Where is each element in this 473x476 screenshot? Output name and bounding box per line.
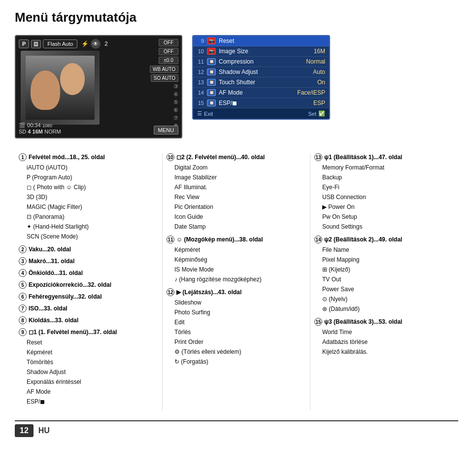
menu-section: 4 Önkioldó...31. oldal (19, 269, 158, 277)
menu-panel-row: 11 🔲 Compression Normal (193, 57, 329, 67)
section-header: 10 ◻2 (2. Felvétel menü)...40. oldal (167, 153, 306, 161)
section-header: 13 ψ1 (Beállítások 1)...47. oldal (314, 153, 454, 161)
menu-row-icon: 📷 (207, 37, 216, 44)
menu-col-3: 13 ψ1 (Beállítások 1)...47. oldalMemory … (310, 153, 458, 410)
menu-item: ⊡ (Panorama) (19, 212, 158, 222)
section-title: Makró...31. oldal (29, 258, 74, 265)
num-badge-6: ⑥ (173, 107, 178, 113)
section-title: ▶ (Lejátszás)...43. oldal (176, 289, 241, 296)
section-header: 15 ψ3 (Beállítások 3)...53. oldal (314, 318, 454, 326)
flash-label: Flash Auto (43, 39, 77, 48)
camera-icon2: 🖼 (31, 40, 41, 48)
menu-item: Date Stamp (167, 222, 306, 232)
photo-inner (26, 56, 95, 120)
menu-row-label: Reset (219, 37, 322, 44)
ctrl-exp: ±0.0 (159, 57, 178, 64)
circle-num: 1 (19, 153, 27, 161)
face-shape (60, 63, 85, 95)
menu-item: ▶ Power On (314, 202, 454, 212)
menu-panel-row: 14 🔲 AF Mode Face/iESP (193, 88, 329, 98)
section-title: Felvétel mód...18., 25. oldal (29, 154, 105, 161)
menu-item: Backup (314, 172, 454, 182)
section-header: 4 Önkioldó...31. oldal (19, 269, 158, 277)
menu-section: 14 ψ2 (Beállítások 2)...49. oldalFile Na… (314, 236, 454, 314)
section-header: 1 Felvétel mód...18., 25. oldal (19, 153, 158, 161)
menu-item: Pixel Mapping (314, 255, 454, 265)
menu-button[interactable]: MENU (154, 126, 178, 135)
menu-panel-row: 10 📷 Image Size 16M (193, 46, 329, 57)
cam-time: 🎬 00:34 1080 (19, 122, 61, 129)
menu-section: 7 ISO...33. oldal (19, 305, 158, 312)
menu-row-icon: 🔲 (207, 79, 216, 86)
menu-panel-footer: ☰ Exit Set ✅ (193, 108, 329, 119)
menu-item: Képminőség (167, 255, 306, 265)
menu-panel: 9 📷 Reset 10 📷 Image Size 16M 11 🔲 Compr… (192, 35, 330, 120)
section-title: ISO...33. oldal (29, 305, 68, 312)
circle-num: 11 (167, 236, 174, 243)
menu-item: Pw On Setup (314, 212, 454, 222)
section-title: Fehéregyensúly...32. oldal (29, 293, 102, 300)
cam-info: 🎬 00:34 1080 SD 4 16M NORM (19, 122, 61, 135)
section-header: 3 Makró...31. oldal (19, 257, 158, 265)
menu-col-2: 10 ◻2 (2. Felvétel menü)...40. oldalDigi… (163, 153, 310, 410)
circle-num: 15 (314, 318, 322, 326)
menu-item: Sound Settings (314, 222, 454, 232)
menu-item: Power Save (314, 284, 454, 294)
menu-item: ◻ ( Photo with ☺ Clip) (19, 182, 158, 192)
cam-bottom-bar: 🎬 00:34 1080 SD 4 16M NORM MENU (19, 122, 178, 135)
menu-section: 13 ψ1 (Beállítások 1)...47. oldalMemory … (314, 153, 454, 232)
menu-col-1: 1 Felvétel mód...18., 25. oldaliAUTO (iA… (15, 153, 163, 410)
menu-section: 2 Vaku...20. oldal (19, 245, 158, 253)
menu-row-icon: 🔲 (207, 68, 216, 75)
menu-item: Adatbázis törlése (314, 337, 454, 347)
menu-row-label: Image Size (219, 48, 311, 55)
num-badge-5: ⑤ (173, 99, 178, 105)
section-header: 14 ψ2 (Beállítások 2)...49. oldal (314, 236, 454, 243)
menu-section: 8 Kioldás...33. oldal (19, 316, 158, 324)
menu-item: AF Mode (19, 387, 158, 397)
menu-row-value: Normal (306, 58, 325, 65)
menu-item: Képméret (167, 245, 306, 255)
menu-content: 1 Felvétel mód...18., 25. oldaliAUTO (iA… (15, 153, 458, 410)
menu-section: 12 ▶ (Lejátszás)...43. oldalSlideshowPho… (167, 288, 306, 367)
menu-panel-row: 13 🔲 Touch Shutter On (193, 77, 329, 88)
menu-panel-row: 15 🔲 ESP/◼ ESP (193, 98, 329, 108)
menu-item: ESP/◼ (19, 397, 158, 407)
num-badge-4: ④ (173, 91, 178, 98)
menu-item: ↻ (Forgatás) (167, 357, 306, 367)
section-header: 11 ☺ (Mozgókép menü)...38. oldal (167, 236, 306, 243)
section-title: ◻2 (2. Felvétel menü)...40. oldal (176, 154, 265, 161)
menu-item: Képméret (19, 347, 158, 357)
set-btn[interactable]: Set ✅ (308, 110, 325, 117)
menu-item: Kijelző kalibrálás. (314, 347, 454, 357)
section-title: Kioldás...33. oldal (29, 317, 78, 324)
circle-num: 5 (19, 281, 27, 289)
menu-item: Photo Surfing (167, 307, 306, 317)
page-number: 12 (15, 424, 34, 437)
exit-label: Exit (204, 111, 213, 117)
circle-num: 3 (19, 257, 27, 265)
menu-section: 3 Makró...31. oldal (19, 257, 158, 265)
section-header: 9 ◻1 (1. Felvétel menü)...37. oldal (19, 328, 158, 336)
exit-btn[interactable]: ☰ Exit (197, 110, 213, 117)
circle-num: 7 (19, 305, 27, 312)
menu-item: MAGIC (Magic Filter) (19, 202, 158, 212)
num-badge-3: ③ (173, 83, 178, 90)
menu-item: IS Movie Mode (167, 265, 306, 274)
menu-item: Print Order (167, 337, 306, 347)
menu-row-label: Touch Shutter (219, 79, 314, 86)
menu-row-icon: 🔲 (207, 89, 216, 96)
cam-storage: SD 4 16M NORM (19, 129, 61, 135)
menu-panel-rows: 9 📷 Reset 10 📷 Image Size 16M 11 🔲 Compr… (193, 36, 329, 108)
menu-item: P (Program Auto) (19, 172, 158, 182)
menu-row-value: 16M (314, 48, 325, 55)
section-header: 5 Expozíciókorrekció...32. oldal (19, 281, 158, 289)
menu-item: Slideshow (167, 298, 306, 307)
menu-item: Reset (19, 338, 158, 347)
menu-item: Törlés (167, 327, 306, 337)
menu-row-label: AF Mode (219, 89, 294, 96)
menu-row-icon: 🔲 (207, 100, 216, 106)
menu-item: Image Stabilizer (167, 172, 306, 182)
section-title: ☺ (Mozgókép menü)...38. oldal (176, 236, 263, 243)
menu-row-value: ESP (313, 100, 325, 106)
